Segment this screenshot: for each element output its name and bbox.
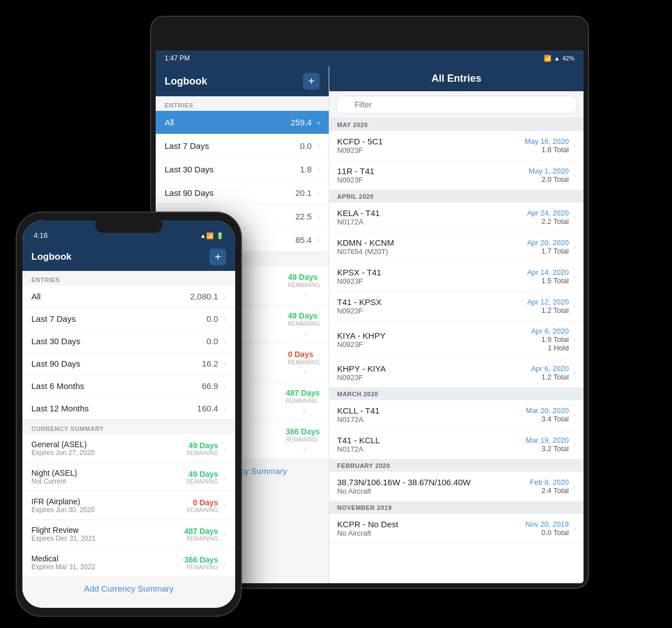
phone-currency-item[interactable]: General (ASEL) Expires Jun 27, 2020 49 D…: [22, 434, 235, 463]
table-row[interactable]: KCPR - No Dest No Aircraft Nov 20, 2019 …: [329, 514, 584, 543]
month-header: FEBRUARY 2020: [329, 460, 584, 472]
phone-status-icons: ▲📶 🔋: [200, 232, 224, 240]
tablet-right-pane: All Entries 🔍 MAY 2020 KCFD - 5C1 N0923F…: [329, 66, 584, 583]
phone-entry-item[interactable]: Last 7 Days0.0›: [22, 308, 235, 330]
phone-currency-item[interactable]: Medical Expires Mar 31, 2022 366 Days RE…: [22, 549, 235, 577]
battery-icon: 42%: [562, 55, 575, 62]
phone-currency-item[interactable]: IFR (Airplane) Expires Jun 30, 2020 0 Da…: [22, 491, 235, 520]
wifi-icon: 📶: [544, 55, 552, 62]
table-row[interactable]: KDMN - KCNM N07654 (M20T) Apr 20, 2020 1…: [329, 232, 584, 262]
phone-entry-item[interactable]: Last 90 Days16.2›: [22, 353, 235, 375]
tablet-filter-bar: 🔍: [329, 91, 584, 119]
tablet-notch: [347, 27, 392, 38]
phone-screen: 4:16 ▲📶 🔋 Logbook + ENTRIESAll2,080.1›La…: [22, 221, 235, 608]
tablet-time: 1:47 PM: [165, 54, 190, 62]
tablet-entries-list: MAY 2020 KCFD - 5C1 N0923F May 16, 2020 …: [329, 119, 584, 583]
phone-nav-title: Logbook: [31, 251, 72, 263]
table-row[interactable]: 38.73N/106.16W - 38.67N/106.40W No Aircr…: [329, 472, 584, 502]
filter-wrapper: 🔍: [336, 96, 577, 114]
phone-currency-item[interactable]: Flight Review Expires Dec 31, 2021 487 D…: [22, 520, 235, 549]
table-row[interactable]: KIYA - KHPY N0923F Apr 6, 2020 1.9 Total…: [329, 321, 584, 358]
table-row[interactable]: KHPY - KIYA N0923F Apr 6, 2020 1.2 Total…: [329, 358, 584, 388]
phone-battery-icon: 🔋: [216, 232, 224, 240]
tablet-entries-header: ENTRIES: [156, 96, 329, 111]
tablet-entry-item[interactable]: Last 30 Days1.8›: [156, 158, 329, 181]
phone-wifi-icon: ▲📶: [200, 232, 214, 240]
month-header: NOVEMBER 2019: [329, 502, 584, 514]
tablet-right-title: All Entries: [431, 73, 481, 84]
phone-entry-item[interactable]: Last 30 Days0.0›: [22, 330, 235, 353]
table-row[interactable]: KPSX - T41 N0923F Apr 14, 2020 1.5 Total…: [329, 262, 584, 292]
phone-entry-item[interactable]: Last 12 Months160.4›: [22, 397, 235, 420]
phone-time: 4:16: [34, 231, 48, 240]
phone-entry-item[interactable]: All2,080.1›: [22, 285, 235, 308]
table-row[interactable]: T41 - KPSX N0923F Apr 12, 2020 1.2 Total…: [329, 292, 584, 321]
tablet-nav-header: Logbook +: [156, 66, 329, 96]
phone: 4:16 ▲📶 🔋 Logbook + ENTRIESAll2,080.1›La…: [17, 213, 241, 616]
phone-add-currency-button[interactable]: Add Currency Summary: [22, 577, 235, 600]
signal-icon: ▲: [554, 55, 560, 62]
tablet-status-icons: 📶 ▲ 42%: [544, 55, 575, 62]
tablet-status-bar: 1:47 PM 📶 ▲ 42%: [156, 50, 584, 66]
tablet-right-header: All Entries: [329, 66, 584, 91]
month-header: MARCH 2020: [329, 388, 584, 400]
phone-notch: [95, 217, 162, 233]
filter-input[interactable]: [336, 96, 577, 114]
phone-entry-item[interactable]: Last 6 Months66.9›: [22, 375, 235, 397]
table-row[interactable]: KCLL - T41 N0172A Mar 20, 2020 3.4 Total…: [329, 400, 584, 430]
month-header: APRIL 2020: [329, 190, 584, 203]
phone-currency-item[interactable]: Night (ASEL) Not Current 49 Days REMAINI…: [22, 463, 235, 491]
phone-add-button[interactable]: +: [209, 249, 226, 265]
phone-entries-header: ENTRIES: [22, 271, 235, 285]
month-header: MAY 2020: [329, 119, 584, 131]
table-row[interactable]: KCFD - 5C1 N0923F May 16, 2020 1.8 Total…: [329, 131, 584, 161]
phone-nav-header: Logbook +: [22, 243, 235, 271]
tablet-entry-item[interactable]: All259.4›: [156, 111, 329, 134]
tablet-nav-title: Logbook: [165, 76, 207, 87]
phone-content: ENTRIESAll2,080.1›Last 7 Days0.0›Last 30…: [22, 271, 235, 608]
table-row[interactable]: KELA - T41 N0172A Apr 24, 2020 2.2 Total…: [329, 203, 584, 232]
table-row[interactable]: T41 - KCLL N0172A Mar 19, 2020 3.2 Total…: [329, 430, 584, 460]
tablet-entry-item[interactable]: Last 7 Days0.0›: [156, 134, 329, 158]
table-row[interactable]: 11R - T41 N0923F May 1, 2020 2.0 Total ›: [329, 161, 584, 190]
phone-currency-header: CURRENCY SUMMARY: [22, 420, 235, 434]
tablet-add-button[interactable]: +: [303, 73, 320, 90]
tablet-entry-item[interactable]: Last 90 Days20.1›: [156, 181, 329, 205]
